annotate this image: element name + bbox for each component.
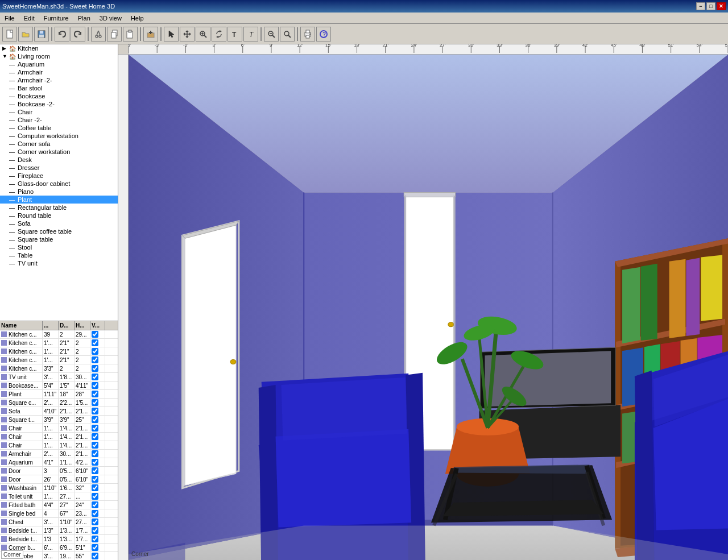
cell-vis[interactable] — [90, 364, 105, 372]
table-row[interactable]: Chest 3'... 1'10" 27... — [0, 518, 118, 526]
menu-help[interactable]: Help — [126, 14, 148, 23]
toolbar-save[interactable] — [34, 27, 49, 42]
cell-vis[interactable] — [90, 441, 105, 449]
tree-item-aquarium[interactable]: — Aquarium — [0, 60, 118, 68]
cell-vis[interactable] — [90, 535, 105, 543]
cell-vis[interactable] — [90, 390, 105, 398]
table-row[interactable]: Toilet unit 1'... 27... ... — [0, 492, 118, 501]
table-row[interactable]: Kitchen c... 3'3" 2 2 — [0, 364, 118, 373]
toolbar-open[interactable] — [18, 27, 33, 42]
visibility-checkbox[interactable] — [92, 501, 98, 508]
table-row[interactable]: Washbasin 1'10" 1'6... 32" — [0, 484, 118, 492]
toolbar-text[interactable]: T — [228, 27, 242, 42]
menu-file[interactable]: File — [0, 14, 19, 23]
col-v[interactable]: H... — [75, 321, 90, 330]
expand-livingroom[interactable]: ▼ — [2, 53, 9, 59]
tree-item-tvunit[interactable]: — TV unit — [0, 259, 118, 267]
menu-plan[interactable]: Plan — [73, 14, 95, 23]
tree-item-cornersofa[interactable]: — Corner sofa — [0, 140, 118, 148]
cell-vis[interactable] — [90, 475, 105, 483]
tree-item-chair2[interactable]: — Chair -2- — [0, 116, 118, 124]
visibility-checkbox[interactable] — [92, 553, 98, 559]
tree-item-kitchen[interactable]: ▶ 🏠 Kitchen — [0, 44, 118, 52]
cell-vis[interactable] — [90, 407, 105, 415]
maximize-button[interactable]: □ — [706, 2, 715, 10]
toolbar-pan[interactable] — [180, 27, 195, 42]
visibility-checkbox[interactable] — [92, 408, 98, 414]
tree-item-sofa[interactable]: — Sofa — [0, 219, 118, 227]
cell-vis[interactable] — [90, 450, 105, 458]
visibility-checkbox[interactable] — [92, 450, 98, 457]
cell-vis[interactable] — [90, 424, 105, 432]
table-row[interactable]: Single bed 4 67" 23... — [0, 509, 118, 518]
table-row[interactable]: Bookcase... 5'4" 1'5" 4'11" — [0, 381, 118, 390]
tree-item-dresser[interactable]: — Dresser — [0, 164, 118, 172]
cell-vis[interactable] — [90, 330, 105, 338]
cell-vis[interactable] — [90, 458, 105, 466]
table-row[interactable]: Bedside t... 1'3 1'3... 1'7... — [0, 535, 118, 544]
table-row[interactable]: Fitted bath 4'4" 27" 24" — [0, 501, 118, 509]
table-view[interactable]: Name ... D... H... V... Kitchen c... 39 … — [0, 321, 118, 560]
scene-3d[interactable]: Corner — [129, 55, 728, 560]
col-vis[interactable]: V... — [90, 321, 105, 330]
col-name[interactable]: Name — [0, 321, 43, 330]
visibility-checkbox[interactable] — [92, 442, 98, 449]
tree-item-bookcase[interactable]: — Bookcase — [0, 92, 118, 100]
toolbar-undo[interactable] — [55, 27, 69, 42]
table-row[interactable]: Sofa 4'10" 2'1... 2'1... — [0, 407, 118, 416]
toolbar-zoom-in[interactable] — [196, 27, 210, 42]
toolbar-zoom-out[interactable] — [264, 27, 279, 42]
tree-item-cornerws[interactable]: — Corner workstation — [0, 148, 118, 156]
visibility-checkbox[interactable] — [92, 510, 98, 517]
tree-item-plant[interactable]: — Plant — [0, 196, 118, 204]
visibility-checkbox[interactable] — [92, 339, 98, 346]
table-row[interactable]: Armchair 2'... 30... 2'1... — [0, 450, 118, 458]
visibility-checkbox[interactable] — [92, 382, 98, 389]
tree-item-livingroom[interactable]: ▼ 🏠 Living room — [0, 52, 118, 60]
toolbar-copy[interactable] — [107, 27, 122, 42]
tree-item-squarecoffee[interactable]: — Square coffee table — [0, 227, 118, 235]
visibility-checkbox[interactable] — [92, 348, 98, 355]
table-row[interactable]: Plant 1'11" 18" 28" — [0, 390, 118, 399]
toolbar-zoom-fit[interactable] — [280, 27, 295, 42]
cell-vis[interactable] — [90, 501, 105, 509]
tree-item-glasscabinet[interactable]: — Glass-door cabinet — [0, 180, 118, 188]
visibility-checkbox[interactable] — [92, 459, 98, 466]
visibility-checkbox[interactable] — [92, 433, 98, 440]
visibility-checkbox[interactable] — [92, 331, 98, 338]
tree-item-armchair[interactable]: — Armchair — [0, 68, 118, 76]
table-row[interactable]: Door 26' 0'5... 6'10" — [0, 475, 118, 484]
cell-vis[interactable] — [90, 347, 105, 355]
table-row[interactable]: Chair 1'... 1'4... 2'1... — [0, 424, 118, 433]
toolbar-new[interactable] — [2, 27, 17, 42]
table-row[interactable]: Square t... 3'9" 3'9" 25" — [0, 416, 118, 424]
tree-item-squaretable[interactable]: — Square table — [0, 235, 118, 243]
toolbar-add-furniture[interactable] — [143, 27, 158, 42]
table-row[interactable]: Chair 1'... 1'4... 2'1... — [0, 433, 118, 441]
tree-item-piano[interactable]: — Piano — [0, 188, 118, 196]
tree-item-roundtable[interactable]: — Round table — [0, 211, 118, 219]
visibility-checkbox[interactable] — [92, 356, 98, 363]
tree-item-armchair2[interactable]: — Armchair -2- — [0, 76, 118, 84]
table-row[interactable]: TV unit 3'... 1'8... 30... — [0, 373, 118, 381]
tree-item-coffeetable[interactable]: — Coffee table — [0, 124, 118, 132]
visibility-checkbox[interactable] — [92, 467, 98, 474]
toolbar-redo[interactable] — [71, 27, 85, 42]
tree-item-barstool[interactable]: — Bar stool — [0, 84, 118, 92]
menu-furniture[interactable]: Furniture — [39, 14, 73, 23]
cell-vis[interactable] — [90, 467, 105, 475]
tree-item-bookcase2[interactable]: — Bookcase -2- — [0, 100, 118, 108]
visibility-checkbox[interactable] — [92, 544, 98, 551]
table-row[interactable]: Kitchen c... 1'... 2'1" 2 — [0, 347, 118, 356]
cell-vis[interactable] — [90, 544, 105, 551]
table-row[interactable]: Kitchen c... 1'... 2'1" 2 — [0, 339, 118, 347]
toolbar-help[interactable]: ? — [316, 27, 331, 42]
tree-item-computerws[interactable]: — Computer workstation — [0, 132, 118, 140]
cell-vis[interactable] — [90, 433, 105, 441]
minimize-button[interactable]: − — [696, 2, 705, 10]
cell-vis[interactable] — [90, 484, 105, 492]
tree-item-chair[interactable]: — Chair — [0, 108, 118, 116]
cell-vis[interactable] — [90, 509, 105, 517]
menu-edit[interactable]: Edit — [19, 14, 39, 23]
visibility-checkbox[interactable] — [92, 391, 98, 397]
